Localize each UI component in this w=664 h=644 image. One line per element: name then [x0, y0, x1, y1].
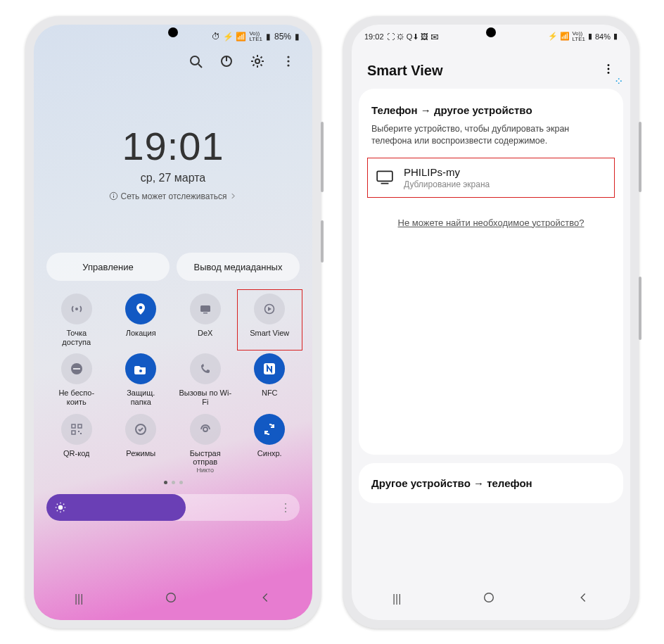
signal-icon: ▮ [266, 32, 271, 42]
device-row-philips[interactable]: PHILIPs-my Дублирование экрана [371, 156, 611, 199]
power-icon[interactable] [219, 54, 234, 68]
qs-tile-sync[interactable]: Синхр. [240, 414, 300, 474]
clock-block: 19:01 ср, 27 марта Сеть может отслеживат… [34, 123, 312, 204]
page-title: Smart View [367, 63, 442, 79]
secure-folder-icon [125, 353, 156, 384]
sun-icon [55, 502, 66, 513]
wifi-hotspot-icon [61, 293, 92, 324]
nearby-icon [190, 414, 221, 445]
gear-icon[interactable] [250, 54, 264, 68]
wifi-call-icon [190, 353, 221, 384]
wifi-icon: 📶 [560, 32, 569, 41]
qs-tile-secure[interactable]: Защищ. папка [111, 353, 172, 406]
section-hint: Выберите устройство, чтобы дублировать э… [371, 123, 611, 148]
location-icon [125, 293, 156, 324]
qs-label: NFC [262, 389, 278, 398]
back-button[interactable] [577, 591, 589, 607]
qs-tile-location[interactable]: Локация [111, 293, 172, 346]
clock-time: 19:01 [34, 123, 312, 169]
phone-left: ⏱ ⚡ 📶 Vo))LTE1 ▮ 85% ▮ 19:01 ср, 27 март… [25, 16, 321, 629]
dnd-icon [61, 353, 92, 384]
info-icon [109, 191, 118, 201]
lte-label: Vo))LTE1 [572, 31, 585, 41]
device-sub: Дублирование экрана [404, 179, 490, 189]
qs-tile-hotspot[interactable]: Точка доступа [46, 293, 107, 346]
device-name: PHILIPs-my [404, 166, 490, 178]
more-icon[interactable] [281, 54, 295, 68]
alarm-icon: ⏱ [211, 32, 220, 41]
qs-label: QR-код [63, 449, 89, 458]
more-icon[interactable] [602, 63, 615, 78]
qs-label: Режимы [126, 449, 155, 458]
qs-label: DeX [198, 329, 212, 338]
qs-label: Локация [126, 329, 156, 338]
nfc-icon [254, 353, 285, 384]
tv-icon [376, 168, 394, 187]
modes-icon [125, 414, 156, 445]
nav-bar: ||| [34, 586, 312, 612]
battery-pct: 84% [595, 32, 611, 41]
recents-button[interactable]: ||| [75, 593, 83, 605]
qs-tile-qr[interactable]: QR-код [46, 414, 107, 474]
svg-point-38 [167, 593, 176, 602]
wifi-icon: 📶 [236, 32, 245, 41]
lte-label: Vo))LTE1 [249, 31, 262, 41]
qs-label: Smart View [250, 329, 289, 338]
phone-right: 19:02 ⛶ ⚙ Q ⬇ 🖼 ✉ ⚡ 📶 Vo))LTE1 ▮ 84% ▮ S… [343, 16, 639, 629]
dex-icon [190, 293, 221, 324]
home-button[interactable] [483, 591, 495, 607]
section-title: Телефон → другое устройство [371, 104, 611, 116]
brightness-more-icon[interactable]: ⋮ [280, 501, 291, 514]
smart-view-icon [254, 293, 285, 324]
battery-charge-icon: ⚡ [224, 32, 233, 41]
qs-tile-dnd[interactable]: Не беспо- коить [46, 353, 107, 406]
qs-tile-smartview[interactable]: Smart View [240, 293, 300, 346]
qs-label: Не беспо- коить [58, 389, 94, 406]
app-icons: ⛶ ⚙ Q ⬇ 🖼 ✉ [387, 32, 439, 41]
qs-top-actions [34, 46, 312, 68]
sync-icon [254, 414, 285, 445]
footer-title: Другое устройство → телефон [371, 477, 611, 489]
svg-point-39 [485, 593, 494, 602]
nav-bar: ||| [352, 586, 630, 612]
quick-settings-grid: Точка доступаЛокацияDeXSmart ViewНе бесп… [34, 281, 312, 474]
help-link[interactable]: Не можете найти необходимое устройство? [371, 217, 611, 228]
search-icon[interactable] [189, 54, 203, 68]
cast-animation-icon: ⁘ [614, 75, 623, 88]
qr-icon [61, 414, 92, 445]
battery-charge-icon: ⚡ [548, 32, 557, 41]
network-warning[interactable]: Сеть может отслеживаться [109, 191, 238, 201]
clock-date: ср, 27 марта [34, 172, 312, 184]
qs-label: Вызовы по Wi-Fi [178, 389, 233, 406]
signal-icon: ▮ [588, 32, 592, 41]
recents-button[interactable]: ||| [392, 593, 401, 605]
qs-label: Быстрая отправНикто [178, 449, 233, 474]
home-button[interactable] [165, 591, 177, 607]
qs-label: Точка доступа [62, 329, 91, 346]
brightness-slider[interactable]: ⋮ [46, 494, 300, 521]
battery-icon: ▮ [613, 32, 618, 41]
qs-tile-modes[interactable]: Режимы [111, 414, 172, 474]
back-button[interactable] [259, 591, 272, 607]
qs-label: Синхр. [257, 449, 282, 458]
qs-tile-nearby[interactable]: Быстрая отправНикто [175, 414, 236, 474]
chevron-right-icon [229, 192, 237, 200]
battery-pct: 85% [274, 32, 291, 42]
page-indicator [34, 481, 312, 484]
battery-icon: ▮ [295, 32, 300, 42]
status-time: 19:02 [364, 32, 384, 41]
qs-tile-nfc[interactable]: NFC [240, 353, 300, 406]
qs-label: Защищ. папка [127, 389, 155, 406]
qs-tile-dex[interactable]: DeX [175, 293, 236, 346]
media-output-tab[interactable]: Вывод медиаданных [177, 253, 300, 281]
qs-tile-wificall[interactable]: Вызовы по Wi-Fi [175, 353, 236, 406]
control-tab[interactable]: Управление [46, 253, 170, 281]
